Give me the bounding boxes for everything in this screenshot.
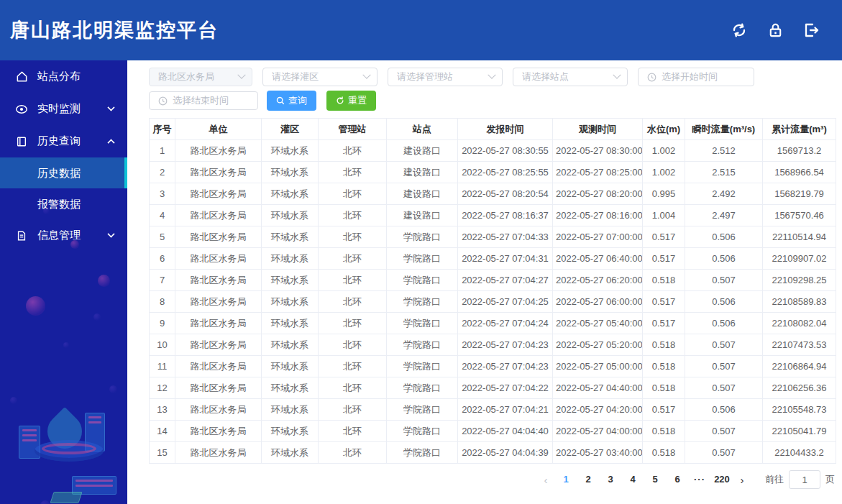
table-cell: 0.506 bbox=[685, 226, 763, 248]
table-row: 2路北区水务局环域水系北环建设路口2022-05-27 08:25:552022… bbox=[150, 162, 836, 183]
table-row: 3路北区水务局环域水系北环建设路口2022-05-27 08:20:542022… bbox=[150, 183, 836, 205]
table-cell: 2.512 bbox=[685, 140, 763, 162]
table-cell: 2022-05-27 05:40:00 bbox=[553, 313, 643, 334]
table-cell: 0.507 bbox=[685, 356, 763, 377]
table-cell: 路北区水务局 bbox=[175, 162, 262, 183]
table-cell: 0.507 bbox=[685, 334, 763, 356]
chevron-down-icon bbox=[237, 71, 245, 79]
table-cell: 学院路口 bbox=[387, 356, 458, 377]
table-cell: 2022-05-27 05:00:00 bbox=[553, 356, 643, 377]
table-cell: 学院路口 bbox=[387, 442, 458, 464]
clock-icon bbox=[647, 73, 656, 82]
prev-page-arrow[interactable]: ‹ bbox=[537, 474, 554, 486]
table-cell: 北环 bbox=[319, 205, 387, 226]
column-header: 单位 bbox=[175, 119, 262, 140]
page-number-6[interactable]: 6 bbox=[669, 470, 686, 489]
start-time-input[interactable]: 选择开始时间 bbox=[638, 68, 754, 86]
table-cell: 环域水系 bbox=[262, 248, 319, 270]
table-cell: 建设路口 bbox=[387, 162, 458, 183]
page-number-3[interactable]: 3 bbox=[602, 470, 619, 489]
table-cell: 3 bbox=[150, 183, 175, 205]
table-cell: 学院路口 bbox=[387, 291, 458, 313]
sidebar-item-3[interactable]: 历史查询 bbox=[0, 125, 127, 157]
table-cell: 环域水系 bbox=[262, 442, 319, 464]
table-cell: 北环 bbox=[319, 162, 387, 183]
page-number-220[interactable]: 220 bbox=[713, 470, 731, 489]
end-time-input[interactable]: 选择结束时间 bbox=[149, 91, 258, 110]
unit-select[interactable]: 路北区水务局 bbox=[149, 68, 252, 86]
sidebar-item-label: 信息管理 bbox=[37, 229, 108, 242]
table-cell: 北环 bbox=[319, 377, 387, 399]
table-cell: 路北区水务局 bbox=[175, 140, 262, 162]
table-cell: 1.004 bbox=[643, 205, 685, 226]
page-number-2[interactable]: 2 bbox=[580, 470, 597, 489]
table-cell: 22106256.36 bbox=[763, 377, 836, 399]
table-row: 13路北区水务局环域水系北环学院路口2022-05-27 07:04:21202… bbox=[150, 399, 836, 421]
table-cell: 建设路口 bbox=[387, 140, 458, 162]
table-cell: 1567570.46 bbox=[763, 205, 836, 226]
table-row: 15路北区水务局环域水系北环学院路口2022-05-27 04:04:39202… bbox=[150, 442, 836, 464]
table-cell: 学院路口 bbox=[387, 399, 458, 421]
next-page-arrow[interactable]: › bbox=[733, 474, 751, 486]
table-cell: 环域水系 bbox=[262, 291, 319, 313]
table-cell: 0.506 bbox=[685, 291, 763, 313]
reset-button[interactable]: 重置 bbox=[326, 91, 376, 111]
table-cell: 建设路口 bbox=[387, 205, 458, 226]
page-ellipsis[interactable]: ··· bbox=[691, 470, 708, 489]
lock-icon[interactable] bbox=[766, 21, 784, 40]
table-row: 10路北区水务局环域水系北环学院路口2022-05-27 07:04:23202… bbox=[150, 334, 836, 356]
pagination: ‹ 123456···220 › 前往 页 bbox=[149, 470, 836, 489]
table-cell: 北环 bbox=[319, 140, 387, 162]
table-cell: 北环 bbox=[319, 334, 387, 356]
table-header-row: 序号单位灌区管理站站点发报时间观测时间水位(m)瞬时流量(m³/s)累计流量(m… bbox=[150, 119, 836, 140]
page-number-5[interactable]: 5 bbox=[646, 470, 664, 489]
table-cell: 路北区水务局 bbox=[175, 291, 262, 313]
page-number-1[interactable]: 1 bbox=[557, 470, 575, 489]
table-cell: 7 bbox=[150, 270, 175, 291]
refresh-icon[interactable] bbox=[730, 21, 749, 40]
doc-icon bbox=[15, 229, 28, 242]
sidebar-item-4[interactable]: 信息管理 bbox=[0, 219, 127, 252]
table-cell: 0.506 bbox=[685, 399, 763, 421]
table-cell: 环域水系 bbox=[262, 421, 319, 442]
table-cell: 0.507 bbox=[685, 421, 763, 442]
management-station-select[interactable]: 请选择管理站 bbox=[388, 68, 503, 86]
page-number-4[interactable]: 4 bbox=[624, 470, 641, 489]
column-header: 观测时间 bbox=[553, 119, 643, 140]
table-cell: 2022-05-27 07:04:33 bbox=[458, 226, 553, 248]
sidebar-item-2[interactable]: 实时监测 bbox=[0, 93, 127, 125]
history-data-table: 序号单位灌区管理站站点发报时间观测时间水位(m)瞬时流量(m³/s)累计流量(m… bbox=[149, 118, 836, 464]
table-cell: 2022-05-27 08:30:00 bbox=[553, 140, 643, 162]
table-cell: 学院路口 bbox=[387, 270, 458, 291]
table-cell: 环域水系 bbox=[262, 399, 319, 421]
logout-icon[interactable] bbox=[802, 21, 820, 40]
table-cell: 2022-05-27 05:20:00 bbox=[553, 334, 643, 356]
table-cell: 15 bbox=[150, 442, 175, 464]
table-cell: 学院路口 bbox=[387, 421, 458, 442]
irrigation-area-select[interactable]: 请选择灌区 bbox=[262, 68, 377, 86]
table-cell: 2022-05-27 07:04:21 bbox=[458, 399, 553, 421]
table-cell: 1.002 bbox=[643, 162, 685, 183]
query-button[interactable]: 查询 bbox=[267, 91, 316, 111]
table-cell: 22109907.02 bbox=[763, 248, 836, 270]
app-window: 唐山路北明渠监控平台 bbox=[0, 0, 842, 504]
table-cell: 2022-05-27 07:04:25 bbox=[458, 291, 553, 313]
app-header: 唐山路北明渠监控平台 bbox=[0, 0, 842, 60]
table-cell: 11 bbox=[150, 356, 175, 377]
table-cell: 22107473.53 bbox=[763, 334, 836, 356]
table-cell: 2022-05-27 08:25:00 bbox=[553, 162, 643, 183]
table-cell: 北环 bbox=[319, 270, 387, 291]
sidebar-item-1[interactable]: 站点分布 bbox=[0, 60, 127, 93]
table-row: 6路北区水务局环域水系北环学院路口2022-05-27 07:04:312022… bbox=[150, 248, 836, 270]
history-icon bbox=[15, 135, 28, 148]
table-cell: 环域水系 bbox=[262, 270, 319, 291]
table-cell: 环域水系 bbox=[262, 162, 319, 183]
table-cell: 0.518 bbox=[643, 421, 685, 442]
sidebar-subitem[interactable]: 历史数据 bbox=[0, 157, 127, 188]
table-cell: 路北区水务局 bbox=[175, 334, 262, 356]
goto-page-input[interactable] bbox=[789, 470, 820, 489]
site-select[interactable]: 请选择站点 bbox=[513, 68, 628, 86]
table-cell: 1568219.79 bbox=[763, 183, 836, 205]
table-cell: 22108082.04 bbox=[763, 313, 836, 334]
sidebar-subitem[interactable]: 报警数据 bbox=[0, 188, 127, 219]
